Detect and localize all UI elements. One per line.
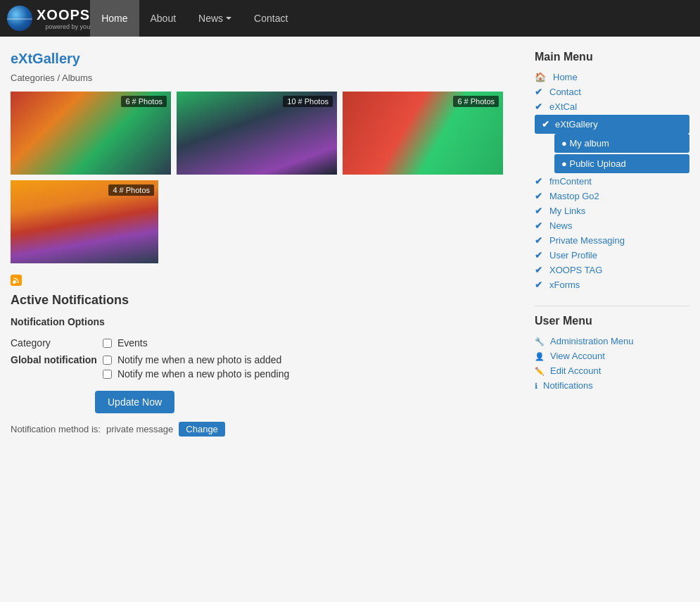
events-checkbox-label[interactable]: Events [103,337,515,349]
update-now-button[interactable]: Update Now [95,391,174,413]
check-icon-fmcontent: ✔ [535,176,542,187]
sidebar-divider [535,306,689,306]
category-row: Category Events [11,334,521,351]
sidebar-item-news[interactable]: ✔ News [535,219,689,232]
nav-menu: Home About News Contact [90,0,299,37]
check-icon-extcal: ✔ [535,101,542,112]
navbar: XOOPS powered by you Home About News Con… [0,0,700,37]
global-notif-label: Global notification [11,351,103,382]
method-value: private message [106,424,173,434]
sidebar-item-home[interactable]: 🏠 Home [535,70,689,84]
sidebar-item-mastop[interactable]: ✔ Mastop Go2 [535,189,689,203]
gallery-item-2[interactable]: 10 # Photos [177,92,337,175]
gallery-item-1[interactable]: 6 # Photos [11,92,171,175]
nav-home[interactable]: Home [90,0,139,37]
notification-table: Category Events Global notification Noti… [11,334,521,382]
sidebar-item-fmcontent[interactable]: ✔ fmContent [535,175,689,188]
checkbox2-label[interactable]: Notify me when a new photo is pending [103,368,515,380]
page-container: eXtGallery Categories / Albums 6 # Photo… [0,37,700,451]
sidebar-item-user-profile[interactable]: ✔ User Profile [535,249,689,262]
pencil-icon [535,366,545,376]
page-title: eXtGallery [11,51,521,67]
category-value: Events [103,334,521,351]
category-label: Category [11,334,103,351]
sidebar: Main Menu 🏠 Home ✔ Contact ✔ eXtCal [535,51,689,437]
check-icon-xforms: ✔ [535,280,542,290]
brand-name: XOOPS [37,7,90,23]
photo-badge-2: 10 # Photos [283,96,333,107]
sidebar-item-extcal[interactable]: ✔ eXtCal [535,100,689,113]
check-icon-extgallery: ✔ [542,119,549,130]
user-menu-title: User Menu [535,315,689,327]
notify-added-checkbox[interactable] [103,356,112,365]
svg-point-0 [13,281,15,284]
info-icon [535,381,537,391]
user-icon [535,351,545,361]
nav-news[interactable]: News [187,0,243,37]
submenu-my-album[interactable]: ● My album [554,134,689,153]
check-icon-news: ✔ [535,220,542,231]
check-icon-contact: ✔ [535,87,542,97]
events-checkbox[interactable] [103,339,112,348]
main-content: eXtGallery Categories / Albums 6 # Photo… [11,51,521,437]
sidebar-item-view-account[interactable]: View Account [535,349,689,363]
nav-about[interactable]: About [139,0,188,37]
main-menu-title: Main Menu [535,51,689,63]
sidebar-item-extgallery[interactable]: ✔ eXtGallery ● My album ● Public Upload [535,115,689,173]
sidebar-item-notifications[interactable]: Notifications [535,379,689,392]
photo-badge-3: 6 # Photos [453,96,499,107]
sidebar-item-private-messaging[interactable]: ✔ Private Messaging [535,234,689,247]
check-icon-pm: ✔ [535,235,542,246]
global-notif-row: Global notification Notify me when a new… [11,351,521,382]
brand-sub: powered by you [37,23,90,30]
sidebar-item-xoopstag[interactable]: ✔ XOOPS TAG [535,263,689,277]
brand-globe-icon [7,6,32,31]
brand-logo[interactable]: XOOPS powered by you [7,6,90,31]
photo-badge-4: 4 # Photos [108,184,154,196]
user-menu: Administration Menu View Account Edit Ac… [535,334,689,392]
gallery-item-3[interactable]: 6 # Photos [343,92,503,175]
check-icon-userprofile: ✔ [535,250,542,261]
global-notif-options: Notify me when a new photo is added Noti… [103,351,521,382]
rss-icon-wrapper[interactable] [11,275,521,289]
notifications-title: Active Notifications [11,293,521,308]
photo-badge-1: 6 # Photos [121,96,167,107]
sidebar-item-xforms[interactable]: ✔ xForms [535,278,689,291]
notify-pending-checkbox[interactable] [103,370,112,379]
categories-label: Categories / Albums [11,73,521,83]
check-icon-mylinks: ✔ [535,206,542,216]
main-menu: 🏠 Home ✔ Contact ✔ eXtCal ✔ eXtGa [535,70,689,291]
sidebar-item-mylinks[interactable]: ✔ My Links [535,204,689,218]
check-icon-mastop: ✔ [535,191,542,201]
rss-icon [11,275,22,286]
news-dropdown-icon [226,17,231,20]
check-icon-xoopstag: ✔ [535,265,542,275]
gallery-item-4[interactable]: 4 # Photos [11,180,158,263]
submenu-public-upload[interactable]: ● Public Upload [554,154,689,173]
wrench-icon [535,337,545,346]
nav-contact[interactable]: Contact [243,0,299,37]
method-label: Notification method is: [11,424,101,434]
checkbox1-label[interactable]: Notify me when a new photo is added [103,354,515,365]
sidebar-item-admin-menu[interactable]: Administration Menu [535,334,689,348]
notification-options-title: Notification Options [11,316,521,327]
change-button[interactable]: Change [179,422,225,437]
sidebar-item-contact[interactable]: ✔ Contact [535,85,689,99]
home-icon: 🏠 [535,72,546,82]
sidebar-item-edit-account[interactable]: Edit Account [535,364,689,377]
extgallery-submenu: ● My album ● Public Upload [554,134,689,173]
gallery-grid: 6 # Photos 10 # Photos 6 # Photos 4 # Ph… [11,92,521,263]
notification-method: Notification method is: private message … [11,422,521,437]
